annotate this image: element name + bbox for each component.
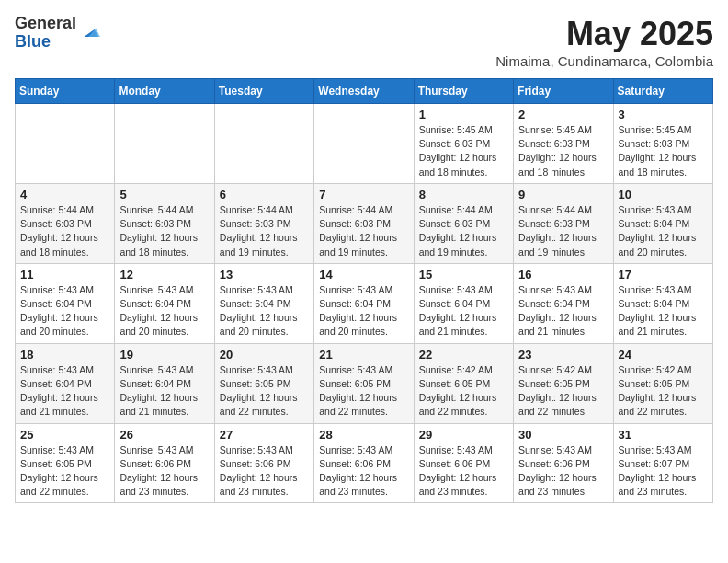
day-number: 15 [419,268,508,282]
day-number: 20 [220,348,309,362]
day-detail: Sunrise: 5:42 AM Sunset: 6:05 PM Dayligh… [518,363,608,419]
day-number: 25 [20,428,109,442]
day-detail: Sunrise: 5:44 AM Sunset: 6:03 PM Dayligh… [319,203,408,259]
calendar-cell: 24Sunrise: 5:42 AM Sunset: 6:05 PM Dayli… [613,343,712,423]
calendar-cell: 20Sunrise: 5:43 AM Sunset: 6:05 PM Dayli… [214,343,313,423]
weekday-header: Saturday [613,79,712,104]
calendar-cell: 6Sunrise: 5:44 AM Sunset: 6:03 PM Daylig… [214,183,313,263]
calendar-cell: 27Sunrise: 5:43 AM Sunset: 6:06 PM Dayli… [214,423,313,503]
calendar-cell: 12Sunrise: 5:43 AM Sunset: 6:04 PM Dayli… [115,263,214,343]
day-detail: Sunrise: 5:45 AM Sunset: 6:03 PM Dayligh… [419,123,508,179]
logo: General Blue [15,15,100,52]
calendar-table: SundayMondayTuesdayWednesdayThursdayFrid… [15,78,713,503]
calendar-cell: 17Sunrise: 5:43 AM Sunset: 6:04 PM Dayli… [613,263,712,343]
day-number: 7 [319,188,408,201]
day-detail: Sunrise: 5:45 AM Sunset: 6:03 PM Dayligh… [518,123,608,179]
day-number: 10 [619,188,708,201]
calendar-cell [16,104,115,184]
calendar-cell: 7Sunrise: 5:44 AM Sunset: 6:03 PM Daylig… [314,183,414,263]
day-detail: Sunrise: 5:43 AM Sunset: 6:06 PM Dayligh… [518,443,608,500]
calendar-cell: 13Sunrise: 5:43 AM Sunset: 6:04 PM Dayli… [214,263,313,343]
day-detail: Sunrise: 5:43 AM Sunset: 6:04 PM Dayligh… [119,363,209,419]
day-detail: Sunrise: 5:44 AM Sunset: 6:03 PM Dayligh… [20,203,109,259]
calendar-cell [115,104,214,184]
page-header: General Blue May 2025 Nimaima, Cundinama… [15,15,713,69]
day-detail: Sunrise: 5:43 AM Sunset: 6:06 PM Dayligh… [119,443,209,500]
calendar-week-row: 18Sunrise: 5:43 AM Sunset: 6:04 PM Dayli… [16,343,713,423]
day-number: 27 [220,428,309,442]
day-number: 19 [119,348,209,362]
calendar-cell: 18Sunrise: 5:43 AM Sunset: 6:04 PM Dayli… [16,343,115,423]
weekday-header: Thursday [414,79,513,104]
calendar-week-row: 11Sunrise: 5:43 AM Sunset: 6:04 PM Dayli… [16,263,713,343]
day-number: 30 [518,428,608,442]
day-detail: Sunrise: 5:43 AM Sunset: 6:06 PM Dayligh… [319,443,408,500]
calendar-cell: 31Sunrise: 5:43 AM Sunset: 6:07 PM Dayli… [613,423,712,503]
day-number: 23 [518,348,608,362]
day-number: 11 [20,268,109,282]
day-detail: Sunrise: 5:44 AM Sunset: 6:03 PM Dayligh… [119,203,209,259]
day-number: 6 [220,188,309,201]
day-number: 8 [419,188,508,201]
day-detail: Sunrise: 5:42 AM Sunset: 6:05 PM Dayligh… [619,363,708,419]
calendar-cell: 5Sunrise: 5:44 AM Sunset: 6:03 PM Daylig… [115,183,214,263]
calendar-week-row: 25Sunrise: 5:43 AM Sunset: 6:05 PM Dayli… [16,423,713,503]
day-number: 4 [20,188,109,201]
calendar-cell: 4Sunrise: 5:44 AM Sunset: 6:03 PM Daylig… [16,183,115,263]
day-number: 18 [20,348,109,362]
calendar-cell: 28Sunrise: 5:43 AM Sunset: 6:06 PM Dayli… [314,423,414,503]
day-number: 21 [319,348,408,362]
day-number: 26 [119,428,209,442]
day-detail: Sunrise: 5:45 AM Sunset: 6:03 PM Dayligh… [619,123,708,179]
logo-blue: Blue [15,32,51,51]
calendar-cell: 26Sunrise: 5:43 AM Sunset: 6:06 PM Dayli… [115,423,214,503]
day-detail: Sunrise: 5:44 AM Sunset: 6:03 PM Dayligh… [220,203,309,259]
logo-general: General [15,14,76,32]
day-number: 13 [220,268,309,282]
weekday-header: Tuesday [214,79,313,104]
day-number: 29 [419,428,508,442]
day-detail: Sunrise: 5:43 AM Sunset: 6:06 PM Dayligh… [220,443,309,500]
location-subtitle: Nimaima, Cundinamarca, Colombia [495,53,713,69]
logo-icon [78,22,100,44]
day-detail: Sunrise: 5:43 AM Sunset: 6:04 PM Dayligh… [419,283,508,339]
month-title: May 2025 [495,15,713,53]
svg-marker-1 [88,28,100,37]
calendar-cell: 16Sunrise: 5:43 AM Sunset: 6:04 PM Dayli… [514,263,613,343]
day-detail: Sunrise: 5:43 AM Sunset: 6:04 PM Dayligh… [619,203,708,259]
calendar-cell: 19Sunrise: 5:43 AM Sunset: 6:04 PM Dayli… [115,343,214,423]
calendar-week-row: 4Sunrise: 5:44 AM Sunset: 6:03 PM Daylig… [16,183,713,263]
weekday-header: Friday [514,79,613,104]
day-number: 5 [119,188,209,201]
day-detail: Sunrise: 5:44 AM Sunset: 6:03 PM Dayligh… [419,203,508,259]
day-number: 31 [619,428,708,442]
day-detail: Sunrise: 5:43 AM Sunset: 6:04 PM Dayligh… [20,363,109,419]
day-number: 12 [119,268,209,282]
day-detail: Sunrise: 5:43 AM Sunset: 6:05 PM Dayligh… [319,363,408,419]
day-number: 28 [319,428,408,442]
day-detail: Sunrise: 5:43 AM Sunset: 6:05 PM Dayligh… [20,443,109,500]
calendar-cell: 21Sunrise: 5:43 AM Sunset: 6:05 PM Dayli… [314,343,414,423]
day-detail: Sunrise: 5:43 AM Sunset: 6:05 PM Dayligh… [220,363,309,419]
calendar-cell [214,104,313,184]
calendar-cell: 15Sunrise: 5:43 AM Sunset: 6:04 PM Dayli… [414,263,513,343]
weekday-header: Sunday [16,79,115,104]
day-number: 2 [518,108,608,121]
calendar-cell: 22Sunrise: 5:42 AM Sunset: 6:05 PM Dayli… [414,343,513,423]
day-detail: Sunrise: 5:43 AM Sunset: 6:07 PM Dayligh… [619,443,708,500]
day-number: 9 [518,188,608,201]
calendar-cell: 9Sunrise: 5:44 AM Sunset: 6:03 PM Daylig… [514,183,613,263]
calendar-cell: 14Sunrise: 5:43 AM Sunset: 6:04 PM Dayli… [314,263,414,343]
calendar-cell: 11Sunrise: 5:43 AM Sunset: 6:04 PM Dayli… [16,263,115,343]
calendar-cell: 2Sunrise: 5:45 AM Sunset: 6:03 PM Daylig… [514,104,613,184]
calendar-cell: 1Sunrise: 5:45 AM Sunset: 6:03 PM Daylig… [414,104,513,184]
day-number: 14 [319,268,408,282]
calendar-cell: 23Sunrise: 5:42 AM Sunset: 6:05 PM Dayli… [514,343,613,423]
day-number: 16 [518,268,608,282]
day-detail: Sunrise: 5:43 AM Sunset: 6:04 PM Dayligh… [119,283,209,339]
weekday-header: Monday [115,79,214,104]
calendar-cell: 10Sunrise: 5:43 AM Sunset: 6:04 PM Dayli… [613,183,712,263]
calendar-cell: 8Sunrise: 5:44 AM Sunset: 6:03 PM Daylig… [414,183,513,263]
calendar-cell: 30Sunrise: 5:43 AM Sunset: 6:06 PM Dayli… [514,423,613,503]
weekday-header: Wednesday [314,79,414,104]
